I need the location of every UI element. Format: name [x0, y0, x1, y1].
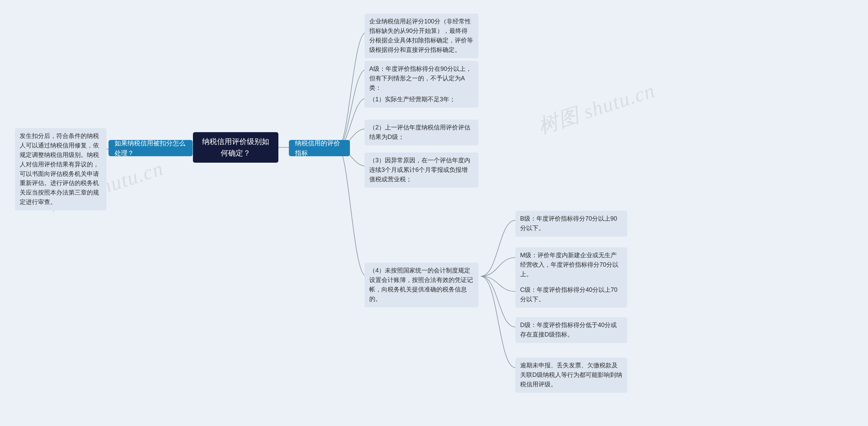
grandchild-2-text: M级：评价年度内新建企业或无生产经营收入，年度评价指标得分70分以上。: [520, 252, 618, 278]
right-child-6[interactable]: （4）未按照国家统一的会计制度规定设置会计账簿，按照合法有效的凭证记帐，向税务机…: [364, 263, 478, 307]
right-child-3-text: （1）实际生产经营期不足3年；: [369, 96, 455, 103]
grandchild-4[interactable]: D级：年度评价指标得分低于40分或存在直接D级指标。: [515, 317, 627, 343]
right-child-2-text: A级：年度评价指标得分在90分以上，但有下列情形之一的，不予认定为A类：: [369, 65, 472, 91]
grandchild-4-text: D级：年度评价指标得分低于40分或存在直接D级指标。: [520, 322, 617, 338]
right-primary-node[interactable]: 纳税信用的评价指标: [289, 140, 350, 156]
right-child-4[interactable]: （2）上一评估年度纳税信用评价评估结果为D级；: [364, 120, 478, 145]
right-child-4-text: （2）上一评估年度纳税信用评价评估结果为D级；: [369, 124, 470, 140]
right-child-2[interactable]: A级：年度评价指标得分在90分以上，但有下列情形之一的，不予认定为A类：: [364, 61, 478, 96]
right-child-5[interactable]: （3）因异常原因，在一个评估年度内连续3个月或累计6个月零报或负报增值税或营业税…: [364, 153, 478, 188]
left-primary-node[interactable]: 如果纳税信用被扣分怎么处理？: [108, 140, 193, 156]
grandchild-5-text: 逾期未申报、丢失发票、欠缴税款及关联D级纳税人等行为都可能影响到纳税信用评级。: [520, 362, 622, 388]
grandchild-2[interactable]: M级：评价年度内新建企业或无生产经营收入，年度评价指标得分70分以上。: [515, 247, 627, 283]
left-leaf-text: 发生扣分后，符合条件的纳税人可以通过纳税信用修复，依规定调整纳税信用级别。纳税人…: [20, 133, 99, 205]
watermark: 树图 shutu.cn: [534, 77, 658, 141]
grandchild-5[interactable]: 逾期未申报、丢失发票、欠缴税款及关联D级纳税人等行为都可能影响到纳税信用评级。: [515, 358, 627, 393]
grandchild-1-text: B级：年度评价指标得分70分以上90分以下。: [520, 215, 617, 231]
left-leaf-node[interactable]: 发生扣分后，符合条件的纳税人可以通过纳税信用修复，依规定调整纳税信用级别。纳税人…: [15, 128, 106, 210]
grandchild-1[interactable]: B级：年度评价指标得分70分以上90分以下。: [515, 211, 627, 237]
root-node-text: 纳税信用评价级别如何确定？: [201, 136, 270, 159]
right-child-1-text: 企业纳税信用起评分100分（非经常性指标缺失的从90分开始算），最终得分根据企业…: [369, 18, 473, 53]
right-primary-label: 纳税信用的评价指标: [295, 138, 344, 158]
grandchild-3[interactable]: C级：年度评价指标得分40分以上70分以下。: [515, 282, 627, 308]
right-child-6-text: （4）未按照国家统一的会计制度规定设置会计账簿，按照合法有效的凭证记帐，向税务机…: [369, 267, 473, 302]
mindmap-canvas: { "root": { "text": "纳税信用评价级别如何确定？" }, "…: [0, 0, 868, 426]
right-child-1[interactable]: 企业纳税信用起评分100分（非经常性指标缺失的从90分开始算），最终得分根据企业…: [364, 14, 478, 58]
left-primary-label: 如果纳税信用被扣分怎么处理？: [115, 138, 186, 158]
grandchild-3-text: C级：年度评价指标得分40分以上70分以下。: [520, 286, 617, 303]
right-child-5-text: （3）因异常原因，在一个评估年度内连续3个月或累计6个月零报或负报增值税或营业税…: [369, 157, 470, 183]
root-node[interactable]: 纳税信用评价级别如何确定？: [193, 132, 278, 163]
right-child-3[interactable]: （1）实际生产经营期不足3年；: [364, 92, 478, 108]
